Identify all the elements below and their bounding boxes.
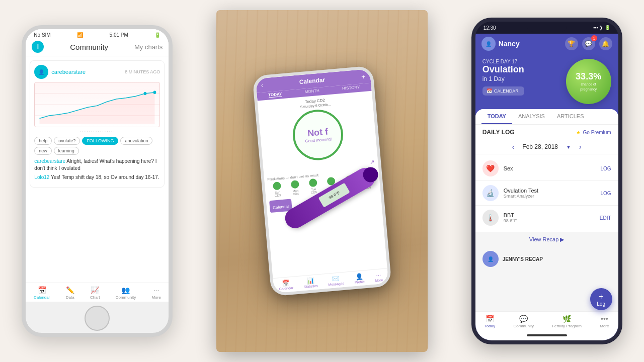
calendar-label: Calendar [273, 204, 289, 210]
fab-log-button[interactable]: + Log [590, 288, 612, 310]
ovulation-log-sub: Smart Analyzer [504, 194, 601, 199]
bbt-icon-wrap: 🌡️ [482, 210, 499, 226]
info-icon[interactable]: i [32, 41, 44, 53]
sex-log-action[interactable]: LOG [601, 166, 611, 171]
log-items: ❤️ Sex LOG 🔬 Ovulation Test Smart Analyz… [475, 154, 618, 232]
home-bar [527, 334, 567, 336]
tab-articles[interactable]: ARTICLES [551, 109, 590, 124]
bottom-nav-community[interactable]: 💬 Community [513, 315, 533, 328]
post-text-1-user[interactable]: carebearstare [34, 158, 65, 164]
calendar-btn-label: CALENDAR [494, 88, 519, 94]
pred-mon: Mon CD4 [291, 180, 300, 196]
bottom-nav-more[interactable]: ••• More [600, 315, 609, 328]
pred-sun: Sun CD3 [273, 182, 282, 197]
calendar-button[interactable]: 📅 CALENDAR [482, 86, 524, 96]
daily-log-title: DAILY LOG [482, 129, 515, 136]
cycle-day-label: CYCLE DAY 17 [482, 59, 524, 64]
footer-chart[interactable]: 📈 Chart [90, 286, 100, 300]
svg-point-5 [153, 91, 156, 95]
tab-today-right[interactable]: TODAY [481, 109, 512, 124]
bbt-log-action[interactable]: EDIT [600, 215, 611, 221]
back-arrow-icon[interactable]: ‹ [261, 82, 263, 89]
go-premium-btn[interactable]: ★ Go Premium [576, 130, 611, 135]
tab-community[interactable]: Community [70, 43, 108, 51]
ovulation-log-action[interactable]: LOG [601, 191, 611, 196]
post-text-1: carebearstare Alright, ladies! What's ha… [34, 158, 160, 172]
footer-community[interactable]: 👥 Community [116, 286, 136, 300]
date-label: Saturday 6 Octob... [300, 103, 331, 109]
tab-analysis[interactable]: ANALYSIS [512, 109, 551, 124]
cycle-sub-text: in 1 Day [482, 75, 524, 82]
middle-section: ‹ Calendar + TODAY MONTH HISTORY Today C… [216, 10, 428, 352]
tag-following[interactable]: FOLLOWING [82, 137, 118, 145]
left-footer: 📅 Calendar ✏️ Data 📈 Chart 👥 Community ·… [26, 283, 169, 302]
footer-calendar[interactable]: 📅 Calendar [34, 286, 50, 300]
mid-footer-more[interactable]: ··· More [374, 271, 383, 282]
bell-icon[interactable]: 🔔 [599, 37, 612, 50]
tag-anovulation[interactable]: anovulation [120, 137, 152, 145]
tag-learning[interactable]: learning [54, 147, 79, 155]
pred-dot-1 [291, 180, 299, 189]
right-action-icons: 🏆 💬 1 🔔 [565, 37, 612, 50]
thermometer-icon: 🌡️ [486, 214, 495, 222]
tag-ovulate[interactable]: ovulate? [54, 137, 80, 145]
bottom-nav-fertility[interactable]: 🌿 Fertility Program [552, 315, 582, 328]
date-nav: ‹ Feb 28, 2018 ▼ › [475, 140, 618, 154]
pred-dot-0 [273, 182, 281, 190]
cycle-info: CYCLE DAY 17 Ovulation in 1 Day 📅 CALEND… [482, 59, 524, 96]
log-item-bbt: 🌡️ BBT 98.6°F EDIT [475, 206, 618, 230]
bottom-nav-today[interactable]: 📅 Today [485, 315, 495, 328]
plus-button[interactable]: + [361, 72, 366, 81]
post-card: 👤 carebearstare 8 MINUTES AGO [30, 60, 165, 188]
right-main: TODAY ANALYSIS ARTICLES DAILY LOG ★ Go P… [475, 109, 618, 311]
next-date-btn[interactable]: › [579, 143, 582, 151]
chart-placeholder: Lolo123 [34, 82, 160, 127]
footer-data[interactable]: ✏️ Data [66, 286, 74, 300]
community-icon: 👥 [121, 286, 130, 294]
sex-log-title: Sex [504, 165, 601, 171]
fab-plus-icon: + [599, 292, 603, 301]
view-recap-btn[interactable]: View Recap ▶ [475, 232, 618, 247]
ovulation-log-title: Ovulation Test [504, 188, 601, 194]
mid-footer-calendar[interactable]: 📅 Calendar [278, 279, 293, 291]
tag-new[interactable]: new [34, 147, 52, 155]
post-text-2-user[interactable]: Lolo12 [34, 174, 49, 180]
jenny-recap-section: 👤 JENNY'S RECAP [475, 247, 618, 271]
left-phone: No SIM 📶 5:01 PM 🔋 i Community My charts… [22, 25, 173, 337]
mid-footer-messages[interactable]: ✉️ Messages [328, 275, 345, 287]
right-user-avatar: 👤 [481, 37, 496, 51]
tab-mycharts[interactable]: My charts [134, 43, 163, 51]
chat-icon[interactable]: 💬 1 [582, 37, 595, 50]
heart-icon: ❤️ [486, 164, 495, 172]
left-header: i Community My charts [26, 38, 169, 56]
calendar-icon: 📅 [38, 286, 46, 294]
right-time: 12:30 [484, 25, 496, 31]
jenny-recap-title: JENNY'S RECAP [503, 256, 543, 262]
date-dropdown-icon[interactable]: ▼ [566, 144, 571, 150]
prev-date-btn[interactable]: ‹ [512, 143, 515, 151]
svg-marker-3 [40, 93, 155, 124]
tab-today[interactable]: TODAY [268, 92, 282, 98]
mid-footer-stats[interactable]: 📊 Statistics [303, 277, 318, 289]
tag-help[interactable]: help [34, 137, 52, 145]
tab-history[interactable]: HISTORY [342, 85, 360, 92]
right-user-info: 👤 Nancy [481, 37, 520, 51]
premium-star-icon: ★ [576, 130, 581, 135]
tab-month[interactable]: MONTH [304, 88, 319, 95]
right-status-bar: 12:30 ▪▪▪ ❯ 🔋 [475, 22, 618, 34]
left-home-button[interactable] [85, 306, 110, 331]
more-nav-icon: ••• [601, 315, 608, 323]
post-username[interactable]: carebearstare [51, 69, 86, 75]
log-text-bbt: BBT 98.6°F [504, 212, 600, 223]
data-icon: ✏️ [66, 286, 74, 294]
fertility-nav-icon: 🌿 [562, 315, 571, 323]
trophy-icon[interactable]: 🏆 [565, 37, 578, 50]
today-nav-icon: 📅 [486, 315, 494, 323]
bbt-log-sub: 98.6°F [504, 218, 600, 223]
more-icon: ··· [153, 286, 159, 294]
post-text-2: Lolo12 Yes! Temp shift day 18, so Ov aro… [34, 174, 160, 181]
footer-more[interactable]: ··· More [151, 286, 160, 300]
cycle-main-text: Ovulation [482, 64, 524, 75]
mid-footer-profile[interactable]: 👤 Profile [354, 273, 365, 284]
today-circle: Not f Good morning! [291, 108, 345, 162]
